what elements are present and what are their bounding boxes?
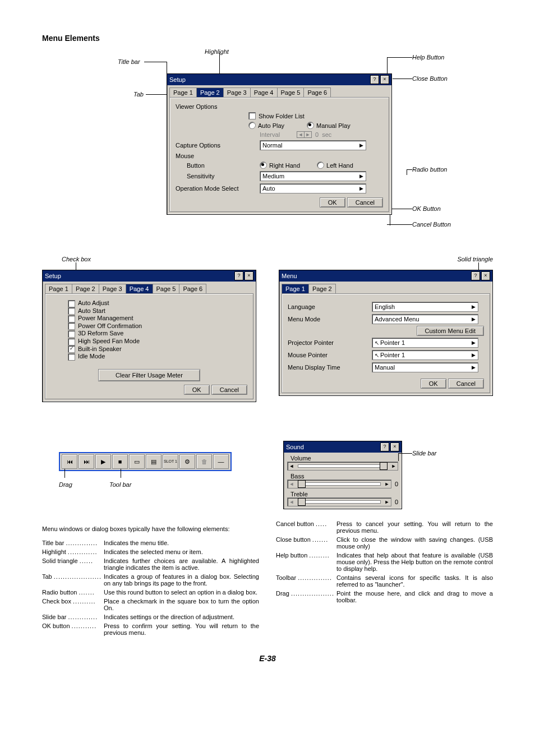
tab-page1[interactable]: Page 1: [169, 87, 197, 97]
tabs: Page 1 Page 2 Page 3 Page 4 Page 5 Page …: [169, 87, 389, 97]
fan-checkbox[interactable]: [68, 338, 75, 345]
launcher-toolbar[interactable]: ⏮ ⏭ ▶ ■ ▭ ▤ SLOT 1 ⚙ 🗑 —: [59, 452, 232, 471]
viewer-options-label: Viewer Options: [176, 103, 383, 110]
menu-display-time-select[interactable]: Manual▶: [372, 362, 478, 372]
menu-mode-select[interactable]: Advanced Menu▶: [372, 314, 478, 324]
chevron-right-icon: ▶: [472, 365, 476, 370]
power-mgmt-checkbox[interactable]: [68, 315, 75, 322]
def-term: OK button ...........: [42, 621, 104, 637]
capture-select[interactable]: Normal▶: [260, 140, 366, 150]
cancel-button[interactable]: Cancel: [347, 197, 383, 208]
cancel-button[interactable]: Cancel: [211, 385, 247, 395]
ok-button[interactable]: OK: [320, 197, 345, 208]
language-select[interactable]: English▶: [372, 302, 478, 312]
chevron-right-icon: ▶: [472, 316, 476, 322]
tab-page3[interactable]: Page 3: [223, 87, 251, 97]
power-off-checkbox[interactable]: [68, 322, 75, 330]
left-hand-radio[interactable]: [317, 162, 324, 169]
interval-value: 0: [315, 131, 319, 138]
auto-adjust-checkbox[interactable]: [68, 300, 75, 307]
speaker-checkbox[interactable]: ✓: [68, 345, 75, 353]
arrow-right-icon[interactable]: ►: [390, 463, 398, 469]
bass-slider[interactable]: ◄►: [287, 480, 391, 488]
close-icon[interactable]: ×: [481, 271, 490, 280]
titlebar[interactable]: Sound ?×: [284, 441, 402, 453]
play-icon[interactable]: ▶: [95, 454, 111, 469]
titlebar[interactable]: Setup ? ×: [167, 74, 391, 85]
ann-checkbox: Check box: [62, 256, 91, 262]
speaker-label: Built-in Speaker: [78, 345, 122, 352]
ok-button[interactable]: OK: [421, 379, 446, 389]
tab-page5[interactable]: Page 5: [153, 284, 180, 293]
custom-menu-edit-button[interactable]: Custom Menu Edit: [417, 326, 484, 336]
chevron-right-icon: ▶: [472, 340, 476, 345]
language-label: Language: [288, 303, 372, 310]
treble-slider[interactable]: ◄►: [287, 497, 391, 506]
close-icon[interactable]: ×: [245, 271, 253, 280]
pointer-icon: ↖: [375, 340, 379, 346]
projector-pointer-label: Projector Pointer: [288, 339, 372, 346]
reform-checkbox[interactable]: [68, 330, 75, 338]
close-icon[interactable]: ×: [380, 75, 389, 84]
arrow-left-icon[interactable]: ◄: [288, 481, 296, 487]
window-icon[interactable]: ▭: [129, 454, 145, 469]
projector-pointer-select[interactable]: ↖Pointer 1▶: [372, 338, 478, 348]
right-hand-radio[interactable]: [260, 162, 267, 169]
titlebar[interactable]: Menu ? ×: [279, 270, 492, 282]
minimize-icon[interactable]: —: [213, 454, 229, 469]
auto-adjust-label: Auto Adjust: [78, 299, 109, 306]
help-icon[interactable]: ?: [471, 271, 480, 280]
show-folder-checkbox[interactable]: [248, 112, 256, 119]
chevron-right-icon: ▶: [472, 304, 476, 310]
cancel-button[interactable]: Cancel: [448, 379, 484, 389]
idle-checkbox[interactable]: [68, 353, 75, 361]
stop-icon[interactable]: ■: [112, 454, 128, 469]
skip-back-icon[interactable]: ⏮: [62, 454, 77, 469]
def-desc: Indicates further choices are available.…: [104, 556, 259, 572]
slot-icon[interactable]: SLOT 1: [163, 454, 178, 469]
def-term: Radio button .......: [42, 588, 104, 597]
tab-page6[interactable]: Page 6: [303, 87, 331, 97]
op-mode-select[interactable]: Auto▶: [260, 183, 366, 193]
trash-icon[interactable]: 🗑: [196, 454, 212, 469]
mouse-pointer-select[interactable]: ↖Pointer 1▶: [372, 350, 478, 360]
interval-stepper[interactable]: ◄►: [297, 131, 312, 138]
arrow-right-icon[interactable]: ►: [383, 499, 391, 505]
tab-page4[interactable]: Page 4: [126, 284, 153, 293]
def-term: Close button .......: [276, 535, 336, 551]
manual-play-radio[interactable]: [307, 122, 314, 129]
left-hand-label: Left Hand: [326, 162, 353, 169]
tab-page6[interactable]: Page 6: [179, 284, 206, 293]
help-icon[interactable]: ?: [380, 442, 389, 451]
arrow-left-icon[interactable]: ◄: [288, 463, 296, 469]
clear-filter-button[interactable]: Clear Filter Usage Meter: [98, 369, 200, 381]
tab-page2[interactable]: Page 2: [308, 284, 336, 293]
volume-slider[interactable]: ◄►: [287, 462, 398, 471]
auto-play-radio[interactable]: [248, 122, 256, 129]
ok-button[interactable]: OK: [184, 385, 210, 395]
tab-page3[interactable]: Page 3: [99, 284, 126, 293]
setup-icon[interactable]: ⚙: [179, 454, 195, 469]
sensitivity-select[interactable]: Medium▶: [260, 171, 366, 181]
tab-page2[interactable]: Page 2: [72, 284, 99, 293]
chevron-right-icon: ▶: [359, 173, 363, 179]
setup-dialog-main: Setup ? × Page 1 Page 2 Page 3 Page 4 Pa…: [167, 73, 392, 215]
arrow-left-icon[interactable]: ◄: [288, 499, 296, 505]
list-icon[interactable]: ▤: [146, 454, 162, 469]
mouse-label: Mouse: [176, 153, 383, 159]
ann-tab: Tab: [133, 91, 144, 98]
tab-page5[interactable]: Page 5: [277, 87, 305, 97]
skip-fwd-icon[interactable]: ⏭: [79, 454, 94, 469]
auto-start-checkbox[interactable]: [68, 307, 75, 315]
titlebar[interactable]: Setup ? ×: [43, 270, 256, 282]
help-icon[interactable]: ?: [370, 75, 379, 84]
arrow-right-icon[interactable]: ►: [383, 481, 391, 487]
capture-options-label: Capture Options: [176, 142, 260, 149]
tab-page4[interactable]: Page 4: [250, 87, 278, 97]
tab-page1[interactable]: Page 1: [282, 284, 309, 293]
help-icon[interactable]: ?: [234, 271, 243, 280]
def-desc: Indicates a group of features in a dialo…: [104, 572, 259, 588]
close-icon[interactable]: ×: [390, 442, 399, 451]
tab-page2[interactable]: Page 2: [196, 87, 224, 97]
tab-page1[interactable]: Page 1: [45, 284, 72, 293]
